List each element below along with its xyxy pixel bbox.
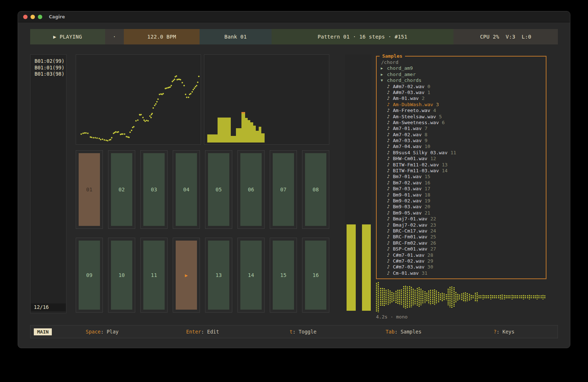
hint-key: Tab [386, 329, 394, 335]
waveform-column [461, 293, 462, 301]
folder-name: chord_chords [387, 78, 422, 83]
pad-12[interactable]: ▶ [173, 238, 200, 313]
sample-file[interactable]: ♪Bm7-01.wav15 [379, 174, 546, 180]
music-note-icon: ♪ [387, 84, 393, 90]
sample-file[interactable]: ♪Am-DubWash.wav3 [379, 102, 546, 108]
waveform-column [444, 293, 445, 301]
pad-11[interactable]: 11 [140, 238, 168, 313]
zoom-button[interactable] [38, 15, 42, 19]
pad-1[interactable]: 01 [76, 150, 103, 229]
pad-3[interactable]: 03 [140, 150, 168, 229]
music-note-icon: ♪ [387, 210, 393, 216]
pad-2[interactable]: 02 [108, 150, 135, 229]
sample-file[interactable]: ♪C#m7-01.wav28 [379, 252, 546, 258]
histogram-bar [231, 136, 236, 143]
voice-entry: B01:03(98) [35, 71, 66, 78]
scatter-point [169, 86, 171, 88]
histogram-panel [204, 54, 329, 145]
vu-meter-bar-2 [362, 224, 371, 311]
sample-file[interactable]: ♪BRC-Cm17.wav24 [379, 228, 546, 234]
music-note-icon: ♪ [387, 228, 393, 234]
waveform-column [502, 295, 503, 300]
sample-file[interactable]: ♪A#m7-02.wav0 [379, 84, 546, 90]
waveform-column [380, 288, 381, 306]
pad-9[interactable]: 09 [76, 238, 103, 313]
sample-file[interactable]: ♪Bm7-02.wav16 [379, 180, 546, 186]
pad-14[interactable]: 14 [237, 238, 265, 313]
sample-file[interactable]: ♪Bm9-03.wav20 [379, 204, 546, 210]
waveform-column [453, 287, 455, 307]
music-note-icon: ♪ [387, 258, 393, 264]
waveform-column [417, 288, 418, 307]
pad-16[interactable]: 16 [302, 238, 329, 313]
sample-file-index: 24 [430, 228, 436, 234]
sample-file[interactable]: ♪Am7-03.wav9 [379, 138, 546, 144]
histogram-bar [256, 131, 259, 143]
pad-15[interactable]: 15 [270, 238, 297, 313]
pad-label: 07 [273, 153, 294, 226]
pad-8[interactable]: 08 [302, 150, 329, 229]
sample-folder[interactable]: ▶chord_am9 [379, 65, 546, 71]
sample-file[interactable]: ♪BSP-Cm01.wav27 [379, 246, 546, 252]
waveform-column [386, 290, 387, 305]
waveform-column [446, 294, 447, 300]
sample-file[interactable]: ♪BRC-Fm02.wav26 [379, 240, 546, 246]
pad-5[interactable]: 05 [205, 150, 232, 229]
minimize-button[interactable] [31, 15, 35, 19]
scatter-point [126, 136, 127, 137]
sample-file[interactable]: ♪Am-Freeto.wav4 [379, 108, 546, 113]
sample-file-index: 3 [436, 102, 439, 108]
pad-13[interactable]: 13 [205, 238, 232, 313]
sample-file-name: C#m7-03.wav [393, 264, 424, 270]
waveform-column [432, 290, 433, 304]
sample-file[interactable]: ♪Am-Steelsaw.wav5 [379, 114, 546, 120]
sample-file[interactable]: ♪B9sus4 Silky 03.wav11 [379, 150, 546, 156]
scatter-point [91, 137, 92, 138]
waveform-column [388, 289, 389, 305]
sample-file[interactable]: ♪Am-01.wav2 [379, 96, 546, 101]
waveform-column [483, 295, 484, 299]
sample-file[interactable]: ♪Bm9-05.wav21 [379, 210, 546, 216]
hint-label: : Samples [395, 329, 422, 335]
right-column: Samples /chord▶chord_am9▶chord_amer▼chor… [376, 54, 546, 320]
sample-file[interactable]: ♪Bmaj7-02.wav23 [379, 222, 546, 228]
sample-file[interactable]: ♪Bmaj7-01.wav22 [379, 216, 546, 222]
sample-file[interactable]: ♪C#m7-02.wav29 [379, 258, 546, 264]
waveform-column [401, 289, 402, 305]
sample-file[interactable]: ♪BITW-Fm11-02.wav13 [379, 162, 546, 168]
sample-file[interactable]: ♪Am7-04.wav10 [379, 144, 546, 149]
sample-file[interactable]: ♪Bm9-02.wav19 [379, 198, 546, 204]
waveform-display [376, 282, 546, 312]
sample-file[interactable]: ♪Am-Sweetness.wav6 [379, 120, 546, 126]
close-button[interactable] [23, 15, 28, 19]
waveform-column [535, 295, 536, 299]
center-column: 0102030405060708 091011▶13141516 [76, 54, 329, 313]
sample-file[interactable]: ♪BRC-Fm01.wav25 [379, 234, 546, 240]
main-area: B01:02(99)B01:01(99)B01:03(98) 12/16 010… [30, 54, 558, 320]
status-bar: ▶ PLAYING·122.0 BPMBank 01Pattern 01 · 1… [30, 29, 558, 44]
sample-file[interactable]: ♪C#m7-03.wav30 [379, 264, 546, 270]
footer-hint-toggle: t: Toggle [253, 329, 353, 335]
scatter-point [191, 91, 193, 93]
waveform-column [490, 295, 491, 299]
sample-file[interactable]: ♪BITW-Fm11-03.wav14 [379, 168, 546, 174]
pad-7[interactable]: 07 [270, 150, 297, 229]
sample-folder[interactable]: ▶chord_amer [379, 72, 546, 78]
music-note-icon: ♪ [387, 270, 393, 276]
scatter-point [85, 132, 87, 134]
pad-4[interactable]: 04 [173, 150, 200, 229]
sample-file[interactable]: ♪Am7-01.wav7 [379, 126, 546, 131]
sample-file-name: Am-01.wav [393, 96, 419, 101]
sample-file[interactable]: ♪A#m7-03.wav1 [379, 90, 546, 96]
pad-6[interactable]: 06 [237, 150, 265, 229]
sample-file[interactable]: ♪Cm-01.wav31 [379, 270, 546, 276]
sample-file[interactable]: ♪Am7-02.wav8 [379, 132, 546, 138]
sample-folder[interactable]: ▼chord_chords [379, 78, 546, 83]
sample-file[interactable]: ♪BHW-Cm01.wav12 [379, 156, 546, 162]
sample-file[interactable]: ♪Bm7-03.wav17 [379, 186, 546, 192]
scatter-point [155, 103, 157, 105]
status-segment-pattern: Pattern 01 · 16 steps · #151 [272, 29, 453, 44]
pad-10[interactable]: 10 [108, 238, 135, 313]
sample-file[interactable]: ♪Bm9-01.wav18 [379, 192, 546, 198]
music-note-icon: ♪ [387, 156, 393, 162]
